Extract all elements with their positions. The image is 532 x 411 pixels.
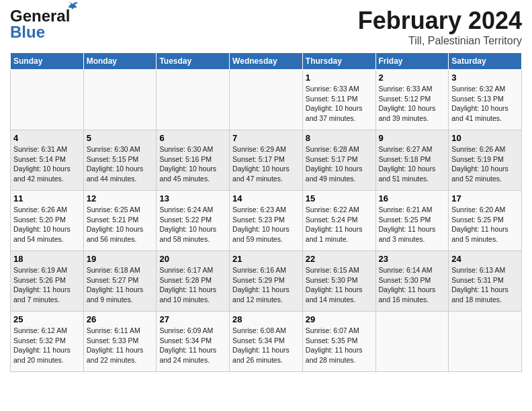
day-info: Sunrise: 6:18 AMSunset: 5:27 PMDaylight:…: [87, 265, 154, 305]
day-number: 19: [87, 254, 154, 264]
logo: General Blue: [10, 7, 70, 42]
day-number: 22: [306, 254, 373, 264]
day-number: 26: [87, 314, 154, 324]
week-row-4: 18Sunrise: 6:19 AMSunset: 5:26 PMDayligh…: [11, 251, 522, 312]
day-info: Sunrise: 6:24 AMSunset: 5:22 PMDaylight:…: [159, 205, 226, 244]
day-cell: [230, 70, 303, 130]
day-info: Sunrise: 6:16 AMSunset: 5:29 PMDaylight:…: [232, 265, 300, 305]
day-number: 8: [306, 133, 373, 143]
day-info: Sunrise: 6:17 AMSunset: 5:28 PMDaylight:…: [159, 265, 226, 305]
day-cell: [11, 70, 84, 130]
day-cell: 17Sunrise: 6:20 AMSunset: 5:25 PMDayligh…: [449, 191, 522, 251]
day-cell: 15Sunrise: 6:22 AMSunset: 5:24 PMDayligh…: [302, 191, 375, 251]
day-info: Sunrise: 6:26 AMSunset: 5:19 PMDaylight:…: [451, 144, 519, 184]
title-area: February 2024 Till, Palestinian Territor…: [358, 7, 522, 47]
day-info: Sunrise: 6:26 AMSunset: 5:20 PMDaylight:…: [13, 205, 81, 244]
day-info: Sunrise: 6:28 AMSunset: 5:17 PMDaylight:…: [306, 144, 373, 184]
week-row-1: 1Sunrise: 6:33 AMSunset: 5:11 PMDaylight…: [11, 70, 522, 130]
day-info: Sunrise: 6:15 AMSunset: 5:30 PMDaylight:…: [306, 265, 373, 305]
week-row-5: 25Sunrise: 6:12 AMSunset: 5:32 PMDayligh…: [11, 312, 522, 372]
header: General Blue February 2024 Till, Palesti…: [10, 7, 522, 47]
day-number: 28: [232, 314, 300, 324]
day-cell: 11Sunrise: 6:26 AMSunset: 5:20 PMDayligh…: [11, 191, 84, 251]
day-cell: 16Sunrise: 6:21 AMSunset: 5:25 PMDayligh…: [375, 191, 449, 251]
day-cell: 4Sunrise: 6:31 AMSunset: 5:14 PMDaylight…: [11, 130, 84, 191]
logo-general: General: [10, 7, 70, 25]
day-number: 7: [232, 133, 300, 143]
day-number: 23: [379, 254, 446, 264]
day-number: 27: [159, 314, 226, 324]
day-cell: 26Sunrise: 6:11 AMSunset: 5:33 PMDayligh…: [83, 312, 157, 372]
day-cell: 5Sunrise: 6:30 AMSunset: 5:15 PMDaylight…: [83, 130, 157, 191]
day-cell: 24Sunrise: 6:13 AMSunset: 5:31 PMDayligh…: [449, 251, 522, 312]
week-row-3: 11Sunrise: 6:26 AMSunset: 5:20 PMDayligh…: [11, 191, 522, 251]
week-row-2: 4Sunrise: 6:31 AMSunset: 5:14 PMDaylight…: [11, 130, 522, 191]
day-number: 12: [87, 193, 154, 203]
day-cell: [83, 70, 157, 130]
header-tuesday: Tuesday: [157, 53, 230, 70]
day-cell: 22Sunrise: 6:15 AMSunset: 5:30 PMDayligh…: [302, 251, 375, 312]
day-number: 3: [451, 73, 519, 83]
day-cell: 19Sunrise: 6:18 AMSunset: 5:27 PMDayligh…: [83, 251, 157, 312]
day-info: Sunrise: 6:33 AMSunset: 5:11 PMDaylight:…: [306, 84, 373, 124]
header-thursday: Thursday: [302, 53, 375, 70]
day-cell: 18Sunrise: 6:19 AMSunset: 5:26 PMDayligh…: [11, 251, 84, 312]
day-number: 20: [159, 254, 226, 264]
day-info: Sunrise: 6:08 AMSunset: 5:34 PMDaylight:…: [232, 326, 300, 365]
header-sunday: Sunday: [11, 53, 84, 70]
day-info: Sunrise: 6:20 AMSunset: 5:25 PMDaylight:…: [451, 205, 519, 244]
day-info: Sunrise: 6:32 AMSunset: 5:13 PMDaylight:…: [451, 84, 519, 124]
day-number: 21: [232, 254, 300, 264]
header-monday: Monday: [83, 53, 157, 70]
day-cell: 21Sunrise: 6:16 AMSunset: 5:29 PMDayligh…: [230, 251, 303, 312]
day-cell: [375, 312, 449, 372]
day-cell: [157, 70, 230, 130]
day-cell: 23Sunrise: 6:14 AMSunset: 5:30 PMDayligh…: [375, 251, 449, 312]
header-saturday: Saturday: [449, 53, 522, 70]
day-cell: 9Sunrise: 6:27 AMSunset: 5:18 PMDaylight…: [375, 130, 449, 191]
day-cell: 6Sunrise: 6:30 AMSunset: 5:16 PMDaylight…: [157, 130, 230, 191]
day-cell: 3Sunrise: 6:32 AMSunset: 5:13 PMDaylight…: [449, 70, 522, 130]
day-info: Sunrise: 6:11 AMSunset: 5:33 PMDaylight:…: [87, 326, 154, 365]
day-number: 14: [232, 193, 300, 203]
day-info: Sunrise: 6:33 AMSunset: 5:12 PMDaylight:…: [379, 84, 446, 124]
day-info: Sunrise: 6:30 AMSunset: 5:15 PMDaylight:…: [87, 144, 154, 184]
day-info: Sunrise: 6:27 AMSunset: 5:18 PMDaylight:…: [379, 144, 446, 184]
day-info: Sunrise: 6:07 AMSunset: 5:35 PMDaylight:…: [306, 326, 373, 365]
day-cell: 8Sunrise: 6:28 AMSunset: 5:17 PMDaylight…: [302, 130, 375, 191]
day-cell: 28Sunrise: 6:08 AMSunset: 5:34 PMDayligh…: [230, 312, 303, 372]
day-cell: 10Sunrise: 6:26 AMSunset: 5:19 PMDayligh…: [449, 130, 522, 191]
day-cell: 14Sunrise: 6:23 AMSunset: 5:23 PMDayligh…: [230, 191, 303, 251]
day-cell: 7Sunrise: 6:29 AMSunset: 5:17 PMDaylight…: [230, 130, 303, 191]
day-number: 13: [159, 193, 226, 203]
day-number: 18: [13, 254, 81, 264]
logo-bird-icon: [66, 1, 79, 15]
page-subtitle: Till, Palestinian Territory: [358, 35, 522, 47]
day-cell: 2Sunrise: 6:33 AMSunset: 5:12 PMDaylight…: [375, 70, 449, 130]
day-number: 15: [306, 193, 373, 203]
day-info: Sunrise: 6:21 AMSunset: 5:25 PMDaylight:…: [379, 205, 446, 244]
day-number: 4: [13, 133, 81, 143]
day-info: Sunrise: 6:22 AMSunset: 5:24 PMDaylight:…: [306, 205, 373, 244]
day-number: 16: [379, 193, 446, 203]
day-info: Sunrise: 6:14 AMSunset: 5:30 PMDaylight:…: [379, 265, 446, 305]
day-cell: 25Sunrise: 6:12 AMSunset: 5:32 PMDayligh…: [11, 312, 84, 372]
day-info: Sunrise: 6:31 AMSunset: 5:14 PMDaylight:…: [13, 144, 81, 184]
header-friday: Friday: [375, 53, 449, 70]
day-info: Sunrise: 6:12 AMSunset: 5:32 PMDaylight:…: [13, 326, 81, 365]
day-number: 10: [451, 133, 519, 143]
day-number: 9: [379, 133, 446, 143]
day-number: 5: [87, 133, 154, 143]
day-cell: 13Sunrise: 6:24 AMSunset: 5:22 PMDayligh…: [157, 191, 230, 251]
day-info: Sunrise: 6:23 AMSunset: 5:23 PMDaylight:…: [232, 205, 300, 244]
day-number: 1: [306, 73, 373, 83]
day-number: 29: [306, 314, 373, 324]
day-info: Sunrise: 6:29 AMSunset: 5:17 PMDaylight:…: [232, 144, 300, 184]
day-info: Sunrise: 6:13 AMSunset: 5:31 PMDaylight:…: [451, 265, 519, 305]
day-number: 2: [379, 73, 446, 83]
header-wednesday: Wednesday: [230, 53, 303, 70]
day-cell: 20Sunrise: 6:17 AMSunset: 5:28 PMDayligh…: [157, 251, 230, 312]
calendar-table: SundayMondayTuesdayWednesdayThursdayFrid…: [10, 52, 522, 372]
day-info: Sunrise: 6:09 AMSunset: 5:34 PMDaylight:…: [159, 326, 226, 365]
page-title: February 2024: [358, 7, 522, 35]
